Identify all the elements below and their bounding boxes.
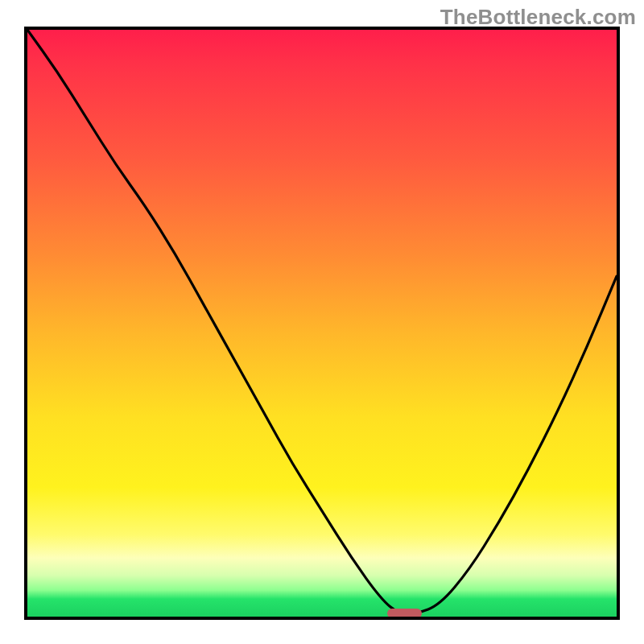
trough-marker	[387, 609, 423, 618]
curve-path	[27, 30, 617, 613]
plot-frame	[24, 27, 620, 620]
line-curve	[27, 30, 617, 617]
chart-container: TheBottleneck.com	[0, 0, 644, 644]
